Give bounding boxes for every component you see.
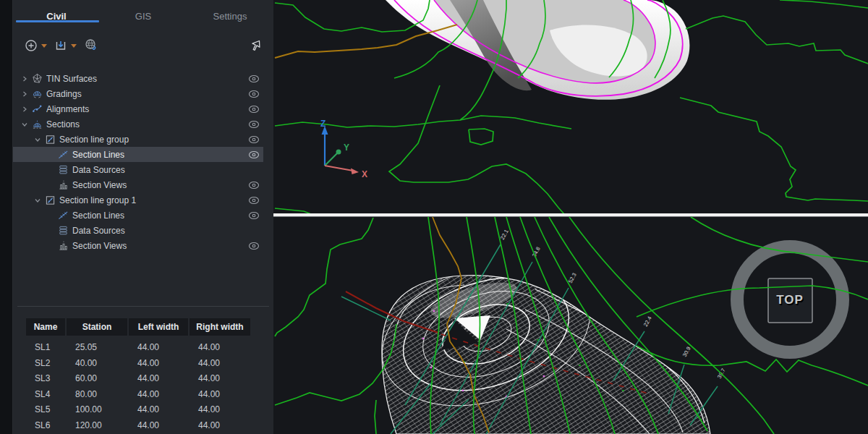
column-header-station[interactable]: Station bbox=[67, 318, 127, 336]
drawing-viewport[interactable]: Z Y X bbox=[273, 0, 868, 434]
table-row[interactable]: SL1 25.05 44.00 44.00 bbox=[26, 340, 262, 356]
chevron-down-icon[interactable] bbox=[32, 197, 43, 203]
cell-left-width[interactable]: 44.00 bbox=[129, 387, 188, 403]
chevron-right-icon[interactable] bbox=[19, 91, 30, 97]
cell-right-width[interactable]: 44.00 bbox=[190, 340, 250, 356]
cell-left-width[interactable]: 44.00 bbox=[129, 371, 188, 387]
chevron-down-icon[interactable] bbox=[32, 137, 43, 142]
cell-station[interactable]: 60.00 bbox=[67, 371, 127, 387]
top-view-scene: Z Y X bbox=[273, 0, 868, 214]
tree-item-label: Sections bbox=[46, 119, 244, 129]
cursor-arrow-icon bbox=[247, 38, 262, 53]
table-row[interactable]: SL4 80.00 44.00 44.00 bbox=[26, 387, 262, 403]
axis-y-label: Y bbox=[344, 142, 349, 153]
cell-station[interactable]: 120.00 bbox=[67, 418, 127, 434]
table-row[interactable]: SL3 60.00 44.00 44.00 bbox=[26, 371, 262, 387]
column-header-name[interactable]: Name bbox=[26, 318, 65, 336]
tree-item-sections[interactable]: Sections bbox=[13, 116, 263, 132]
tree-item-data-sources[interactable]: Data Sources bbox=[13, 162, 263, 177]
panel-toolbar bbox=[13, 32, 273, 59]
divider bbox=[17, 306, 269, 307]
cell-right-width[interactable]: 44.00 bbox=[190, 402, 250, 418]
dropdown-caret-icon[interactable] bbox=[71, 44, 77, 48]
tab-settings[interactable]: Settings bbox=[187, 11, 273, 22]
section-views-icon bbox=[56, 179, 69, 190]
view-cube-label[interactable]: TOP bbox=[776, 293, 804, 307]
visibility-eye-icon[interactable] bbox=[244, 75, 263, 83]
cell-station[interactable]: 40.00 bbox=[67, 356, 127, 372]
dock-strip bbox=[0, 0, 13, 434]
section-lines-icon bbox=[56, 210, 69, 221]
dropdown-caret-icon[interactable] bbox=[41, 44, 47, 48]
table-row[interactable]: SL6 120.00 44.00 44.00 bbox=[26, 418, 262, 434]
chevron-right-icon[interactable] bbox=[19, 76, 30, 82]
tree-item-section-lines[interactable]: Section Lines bbox=[13, 208, 263, 223]
cell-left-width[interactable]: 44.00 bbox=[129, 418, 188, 434]
cell-name[interactable]: SL5 bbox=[26, 402, 65, 418]
cell-name[interactable]: SL1 bbox=[26, 340, 65, 356]
cell-station[interactable]: 25.05 bbox=[67, 340, 127, 356]
civil-object-tree: TIN Surfaces Gradings Alignments bbox=[13, 71, 273, 253]
cell-left-width[interactable]: 44.00 bbox=[129, 402, 188, 418]
visibility-eye-icon[interactable] bbox=[244, 181, 263, 190]
tree-item-tin-surfaces[interactable]: TIN Surfaces bbox=[13, 71, 263, 86]
add-button[interactable] bbox=[23, 38, 48, 54]
cell-right-width[interactable]: 44.00 bbox=[190, 356, 250, 372]
tree-item-label: Section line group 1 bbox=[59, 195, 244, 205]
import-button[interactable] bbox=[53, 38, 78, 54]
cell-station[interactable]: 100.00 bbox=[67, 402, 127, 418]
gradings-icon bbox=[30, 88, 43, 99]
plus-circle-icon bbox=[25, 39, 38, 52]
visibility-eye-icon[interactable] bbox=[244, 120, 263, 129]
tree-item-section-views[interactable]: Section Views bbox=[13, 177, 263, 192]
cell-left-width[interactable]: 44.00 bbox=[129, 356, 188, 372]
view-cube-label-group[interactable]: TOP TOP bbox=[776, 293, 804, 308]
table-row[interactable]: SL2 40.00 44.00 44.00 bbox=[26, 356, 262, 372]
georeference-button[interactable] bbox=[82, 37, 100, 54]
section-lines-icon bbox=[56, 149, 69, 160]
tree-item-section-line-group-1[interactable]: Section line group 1 bbox=[13, 192, 263, 208]
cell-right-width[interactable]: 44.00 bbox=[190, 387, 250, 403]
cell-station[interactable]: 80.00 bbox=[67, 387, 127, 403]
section-line-group-icon bbox=[43, 134, 56, 145]
table-row[interactable]: SL5 100.00 44.00 44.00 bbox=[26, 402, 262, 418]
cell-name[interactable]: SL4 bbox=[26, 387, 65, 403]
viewport-splitter-shadow bbox=[273, 216, 868, 217]
viewport-splitter[interactable] bbox=[273, 213, 868, 216]
table-header: Name Station Left width Right width bbox=[26, 318, 262, 336]
cell-name[interactable]: SL3 bbox=[26, 371, 65, 387]
globe-attach-icon bbox=[84, 38, 98, 53]
tree-item-section-views[interactable]: Section Views bbox=[13, 238, 263, 253]
cell-left-width[interactable]: 44.00 bbox=[129, 340, 188, 356]
bottom-view-scene: 22.1 34.8 52.3 22.4 30.9 39.7 bbox=[273, 217, 868, 434]
visibility-eye-icon[interactable] bbox=[244, 211, 263, 220]
tree-item-label: Section Lines bbox=[72, 150, 244, 160]
visibility-eye-icon[interactable] bbox=[244, 135, 263, 144]
tree-item-data-sources[interactable]: Data Sources bbox=[13, 223, 263, 238]
tree-item-gradings[interactable]: Gradings bbox=[13, 86, 263, 101]
tree-item-label: Data Sources bbox=[72, 165, 244, 175]
chevron-down-icon[interactable] bbox=[19, 122, 30, 127]
visibility-eye-icon[interactable] bbox=[244, 105, 263, 114]
viewport-canvas[interactable]: Z Y X bbox=[273, 0, 868, 434]
tab-gis[interactable]: GIS bbox=[100, 11, 187, 22]
chevron-right-icon[interactable] bbox=[19, 106, 30, 112]
column-header-left-width[interactable]: Left width bbox=[129, 318, 188, 336]
visibility-eye-icon[interactable] bbox=[244, 196, 263, 205]
cell-name[interactable]: SL2 bbox=[26, 356, 65, 372]
tree-item-label: Alignments bbox=[46, 104, 244, 114]
visibility-eye-icon[interactable] bbox=[244, 150, 263, 159]
visibility-eye-icon[interactable] bbox=[244, 242, 263, 250]
column-header-right-width[interactable]: Right width bbox=[190, 318, 250, 336]
cell-right-width[interactable]: 44.00 bbox=[190, 418, 250, 434]
axis-x-label: X bbox=[362, 169, 367, 179]
cell-name[interactable]: SL6 bbox=[26, 418, 65, 434]
cell-right-width[interactable]: 44.00 bbox=[190, 371, 250, 387]
visibility-eye-icon[interactable] bbox=[244, 90, 263, 98]
tree-item-label: TIN Surfaces bbox=[46, 74, 244, 84]
tree-item-section-line-group[interactable]: Section line group bbox=[13, 132, 263, 147]
select-cursor-button[interactable] bbox=[246, 37, 263, 54]
tree-item-alignments[interactable]: Alignments bbox=[13, 101, 263, 116]
tree-item-section-lines[interactable]: Section Lines bbox=[13, 147, 263, 162]
tree-item-label: Section line group bbox=[59, 135, 244, 145]
